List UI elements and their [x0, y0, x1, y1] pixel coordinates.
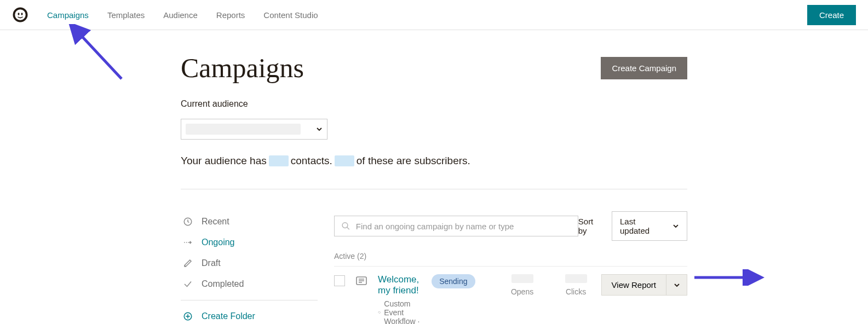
- sidebar-item-label: Recent: [202, 217, 229, 227]
- create-campaign-button[interactable]: Create Campaign: [601, 57, 687, 79]
- main-content: Campaigns Create Campaign Current audien…: [0, 30, 868, 324]
- audience-text-suffix: of these are subscribers.: [357, 155, 470, 167]
- active-section-label: Active (2): [334, 252, 687, 261]
- automation-icon: [355, 274, 368, 290]
- search-box[interactable]: [334, 216, 578, 236]
- opens-label: Opens: [511, 287, 533, 296]
- nav-campaigns[interactable]: Campaigns: [47, 10, 89, 20]
- campaign-name-link[interactable]: Welcome, my friend!: [378, 274, 422, 296]
- top-navbar: Campaigns Templates Audience Reports Con…: [0, 0, 868, 30]
- sort-wrap: Sort by Last updated: [578, 211, 687, 241]
- page-title: Campaigns: [181, 52, 304, 84]
- create-button[interactable]: Create: [807, 5, 856, 25]
- nav-content-studio[interactable]: Content Studio: [263, 10, 318, 20]
- opens-stat: Opens: [507, 274, 538, 296]
- create-folder-button[interactable]: Create Folder: [181, 306, 318, 324]
- redacted-contact-count: [269, 155, 289, 166]
- nav-left: Campaigns Templates Audience Reports Con…: [12, 7, 318, 23]
- search-input[interactable]: [356, 222, 571, 231]
- sort-by-label: Sort by: [578, 217, 604, 235]
- view-report-button[interactable]: View Report: [601, 274, 666, 296]
- filter-sidebar: Recent Ongoing Draft Completed Create Fo…: [181, 211, 318, 324]
- campaign-list-content: Sort by Last updated Active (2) Welcome,…: [334, 211, 687, 324]
- sidebar-item-ongoing[interactable]: Ongoing: [181, 232, 318, 253]
- sort-selected-value: Last updated: [620, 217, 667, 235]
- search-icon: [341, 221, 350, 231]
- svg-point-2: [18, 13, 20, 15]
- svg-point-6: [342, 223, 348, 228]
- row-action-buttons: View Report: [601, 274, 687, 296]
- nav-templates[interactable]: Templates: [107, 10, 145, 20]
- page-header: Campaigns Create Campaign: [181, 52, 687, 84]
- sidebar-item-recent[interactable]: Recent: [181, 211, 318, 232]
- sidebar-item-completed[interactable]: Completed: [181, 274, 318, 294]
- chevron-down-icon: [674, 282, 680, 288]
- chevron-down-icon: [316, 126, 323, 132]
- clicks-label: Clicks: [566, 287, 586, 296]
- check-icon: [183, 279, 193, 289]
- sidebar-item-label: Draft: [202, 258, 221, 268]
- sidebar-item-label: Ongoing: [202, 238, 235, 247]
- nav-audience[interactable]: Audience: [163, 10, 198, 20]
- arrow-dashed-icon: [183, 238, 193, 247]
- sort-select[interactable]: Last updated: [612, 211, 687, 241]
- audience-select[interactable]: [181, 119, 327, 140]
- nav-reports[interactable]: Reports: [216, 10, 245, 20]
- row-checkbox[interactable]: [334, 275, 345, 286]
- campaign-info: Welcome, my friend! Custom Event Workflo…: [378, 274, 422, 324]
- status-badge: Sending: [432, 274, 475, 288]
- refresh-icon: [378, 309, 381, 316]
- row-divider: [334, 266, 687, 267]
- pencil-icon: [183, 258, 193, 268]
- sidebar-item-label: Completed: [202, 279, 244, 289]
- audience-summary: Your audience has contacts. of these are…: [181, 155, 687, 167]
- sidebar-item-draft[interactable]: Draft: [181, 253, 318, 274]
- create-folder-label: Create Folder: [202, 311, 255, 321]
- sidebar-divider: [181, 300, 318, 300]
- opens-value-redacted: [511, 274, 533, 283]
- clock-icon: [183, 217, 193, 227]
- mailchimp-logo[interactable]: [12, 7, 28, 23]
- section-divider: [181, 189, 687, 189]
- chevron-down-icon: [672, 223, 679, 229]
- svg-point-3: [21, 13, 23, 15]
- redacted-subscriber-count: [335, 155, 354, 166]
- plus-circle-icon: [183, 311, 193, 321]
- campaign-row: Welcome, my friend! Custom Event Workflo…: [334, 274, 687, 324]
- campaign-meta: Custom Event Workflow ·: [378, 299, 422, 324]
- audience-text-mid: contacts.: [291, 155, 332, 167]
- view-report-menu-button[interactable]: [666, 274, 687, 296]
- audience-text-prefix: Your audience has: [181, 155, 267, 167]
- svg-point-1: [15, 9, 26, 20]
- audience-selected-value: [186, 124, 301, 135]
- current-audience-label: Current audience: [181, 99, 687, 109]
- search-sort-row: Sort by Last updated: [334, 211, 687, 241]
- campaign-type-label: Custom Event Workflow ·: [384, 299, 422, 324]
- clicks-stat: Clicks: [561, 274, 591, 296]
- clicks-value-redacted: [565, 274, 587, 283]
- lower-section: Recent Ongoing Draft Completed Create Fo…: [181, 211, 687, 324]
